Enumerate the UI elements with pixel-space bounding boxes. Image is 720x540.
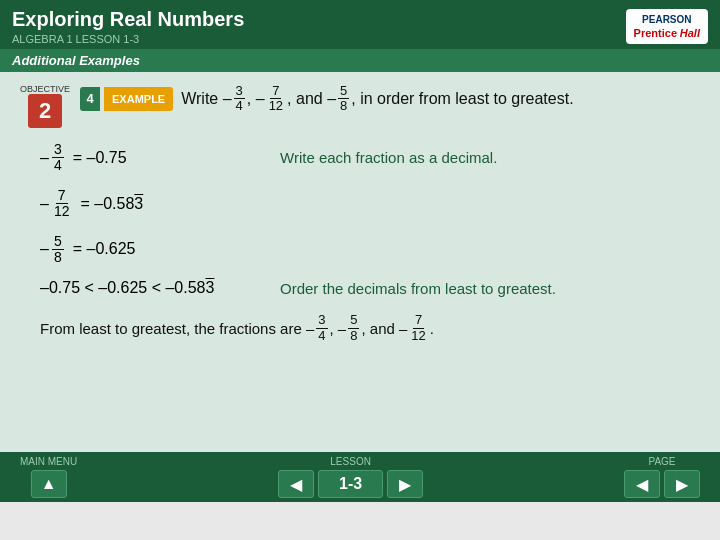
next-page-button[interactable]: ▶: [387, 470, 423, 498]
step-2-fraction: – 712 = –0.583: [40, 188, 240, 220]
page-next-button[interactable]: ▶: [664, 470, 700, 498]
prentice-text: Prentice Hall: [634, 26, 700, 40]
footer-center: LESSON ◀ 1-3 ▶: [278, 456, 423, 498]
ordering-row: –0.75 < –0.625 < –0.583 Order the decima…: [40, 279, 700, 297]
prev-page-button[interactable]: ◀: [278, 470, 314, 498]
ordering-text: –0.75 < –0.625 < –0.583: [40, 279, 240, 297]
example-number: 4: [80, 87, 100, 111]
pearson-text: PEARSON: [634, 13, 700, 26]
header-text: Exploring Real Numbers ALGEBRA 1 LESSON …: [12, 8, 244, 45]
additional-examples-banner: Additional Examples: [0, 49, 720, 72]
objective-badge: OBJECTIVE 2: [20, 84, 70, 128]
problem-statement: Write –34, –712, and –58, in order from …: [181, 84, 573, 114]
step-3: – 58 = –0.625: [40, 234, 700, 266]
objective-number: 2: [28, 94, 62, 128]
step-1-fraction: – 34 = –0.75: [40, 142, 240, 174]
page-prev-button[interactable]: ◀: [624, 470, 660, 498]
page-title: Exploring Real Numbers: [12, 8, 244, 31]
step-1: – 34 = –0.75 Write each fraction as a de…: [40, 142, 700, 174]
pearson-logo: PEARSON Prentice Hall: [626, 9, 708, 44]
ordering-note: Order the decimals from least to greates…: [280, 280, 556, 297]
footer: MAIN MENU ▲ LESSON ◀ 1-3 ▶ PAGE: [0, 452, 720, 502]
step-2: – 712 = –0.583: [40, 188, 700, 220]
main-menu-button[interactable]: MAIN MENU ▲: [20, 456, 77, 498]
lesson-subtitle: ALGEBRA 1 LESSON 1-3: [12, 33, 244, 45]
page-nav: PAGE ◀ ▶: [624, 456, 700, 498]
step-3-fraction: – 58 = –0.625: [40, 234, 240, 266]
example-row: 4 EXAMPLE Write –34, –712, and –58, in o…: [80, 84, 574, 114]
header: Exploring Real Numbers ALGEBRA 1 LESSON …: [0, 0, 720, 49]
example-label: EXAMPLE: [104, 87, 173, 111]
conclusion: From least to greatest, the fractions ar…: [40, 313, 700, 343]
objective-section: OBJECTIVE 2 4 EXAMPLE Write –34, –712, a…: [20, 84, 700, 128]
main-menu-up-arrow[interactable]: ▲: [31, 470, 67, 498]
step-1-note: Write each fraction as a decimal.: [280, 149, 497, 166]
main-content: OBJECTIVE 2 4 EXAMPLE Write –34, –712, a…: [0, 72, 720, 502]
page-badge: 1-3: [318, 470, 383, 498]
